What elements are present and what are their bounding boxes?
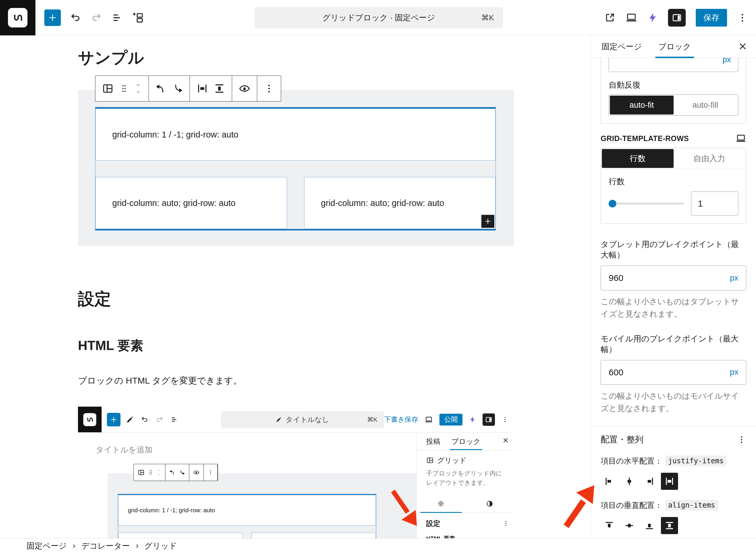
redo-button[interactable]: [90, 12, 102, 24]
jetpack-bolt-button[interactable]: [647, 12, 658, 23]
justify-center-button[interactable]: [621, 473, 638, 490]
shot-grid-block: grid-column: 1 / -1; grid-row: auto: [118, 494, 376, 538]
breadcrumb-item-grid[interactable]: グリッド: [144, 541, 177, 551]
tab-page[interactable]: 固定ページ: [602, 35, 642, 58]
grid-block-selected[interactable]: grid-column: 1 / -1; grid-row: auto grid…: [95, 107, 496, 230]
html-element-heading[interactable]: HTML 要素: [78, 337, 143, 354]
block-options-button[interactable]: [264, 83, 274, 94]
grid-block-icon: [138, 469, 145, 476]
horizontal-stretch-button[interactable]: [196, 83, 208, 94]
undo-button[interactable]: [70, 12, 81, 24]
block-appender-button[interactable]: [481, 215, 494, 228]
toolbar-right: 保存: [604, 0, 748, 35]
auto-fit-option[interactable]: auto-fit: [610, 96, 674, 114]
align-top-button[interactable]: [601, 517, 618, 534]
tablet-breakpoint-help: この幅より小さいものはタブレットサイズと見なされます。: [601, 296, 744, 320]
kebab-icon: [208, 470, 213, 475]
px-unit[interactable]: px: [730, 368, 738, 377]
preview-device-button[interactable]: [625, 12, 637, 24]
breadcrumb-item-decorator[interactable]: デコレーター: [81, 541, 130, 551]
block-toolbar-segment-1: [95, 76, 149, 101]
site-logo[interactable]: [0, 0, 36, 35]
rows-free-input-tab[interactable]: 自由入力: [674, 149, 745, 168]
shot-grid-cell: [118, 533, 243, 538]
document-title-bar[interactable]: グリッドブロック · 固定ページ ⌘K: [255, 7, 503, 28]
tablet-breakpoint-input[interactable]: 960 px: [601, 265, 746, 290]
visibility-eye-button[interactable]: [238, 83, 251, 94]
shot-settings-header: 設定: [426, 519, 509, 528]
pencil-icon: [126, 415, 134, 424]
toolbar-left: [44, 0, 144, 35]
grid-block-icon: [426, 457, 434, 464]
shot-tab-post: 投稿: [426, 432, 440, 450]
save-button[interactable]: 保存: [696, 9, 727, 26]
documentation-screenshot: タイトルなし ⌘K 下書き保存 公開 タイトルを追加: [78, 407, 514, 538]
list-view-button[interactable]: [111, 12, 123, 24]
mobile-breakpoint-input[interactable]: 600 px: [601, 360, 746, 385]
breadcrumb-separator: ›: [73, 541, 75, 550]
shot-settings-style-tabs: [417, 494, 514, 513]
px-unit[interactable]: px: [730, 273, 738, 283]
block-inserter-button[interactable]: [44, 9, 61, 26]
grid-template-rows-header: GRID-TEMPLATE-ROWS: [601, 133, 746, 144]
shot-block-name: グリッド: [437, 456, 466, 465]
mobile-breakpoint-help: この幅より小さいものはモバイルサイズと見なされます。: [601, 390, 744, 415]
page-title[interactable]: サンプル: [78, 47, 144, 69]
settings-sidebar: 固定ページ ブロック px 自動反復 auto-fit auto-fill GR…: [591, 35, 756, 538]
transform-right-button[interactable]: [172, 83, 183, 94]
rows-count-slider[interactable]: [609, 200, 684, 208]
settings-heading[interactable]: 設定: [78, 288, 111, 310]
justify-right-button[interactable]: [641, 473, 658, 490]
grid-cell-text: grid-column: auto; grid-row: auto: [112, 198, 235, 208]
drag-handle[interactable]: [119, 83, 129, 93]
shot-title: タイトルなし: [286, 415, 329, 424]
grid-cell-auto-1[interactable]: grid-column: auto; grid-row: auto: [95, 177, 287, 229]
shot-publish-button: 公開: [439, 414, 463, 425]
shot-styles-tab: [465, 494, 514, 512]
align-items-label-row: 項目の垂直配置： align-items: [601, 500, 746, 510]
tab-block[interactable]: ブロック: [658, 35, 691, 58]
auto-repeat-label: 自動反復: [609, 80, 738, 90]
unitone-logo-icon: [8, 8, 27, 27]
rows-count-tab[interactable]: 行数: [602, 149, 674, 168]
shot-unitone-logo-icon: [83, 413, 96, 426]
settings-sidebar-toggle[interactable]: [668, 9, 686, 26]
mobile-breakpoint-value[interactable]: 600: [609, 368, 623, 377]
patterns-button[interactable]: [132, 11, 144, 24]
vertical-stretch-button[interactable]: [213, 83, 225, 94]
move-up-down-buttons[interactable]: [134, 82, 142, 95]
align-stretch-button[interactable]: [661, 517, 678, 534]
grid-block-type-button[interactable]: [102, 83, 114, 94]
sample-section: grid-column: 1 / -1; grid-row: auto grid…: [78, 90, 514, 246]
align-bottom-button[interactable]: [641, 517, 658, 534]
command-shortcut: ⌘K: [481, 13, 494, 22]
align-center-button[interactable]: [621, 517, 638, 534]
justify-stretch-button[interactable]: [661, 473, 678, 490]
pencil-icon: [276, 416, 282, 423]
view-site-button[interactable]: [604, 12, 615, 23]
shot-tab-block: ブロック: [452, 432, 480, 450]
auto-fill-option[interactable]: auto-fill: [674, 96, 737, 114]
rows-count-input[interactable]: [691, 191, 738, 216]
slider-thumb[interactable]: [609, 200, 616, 208]
editor-app: グリッドブロック · 固定ページ ⌘K 保存 サンプル: [0, 0, 756, 553]
red-annotation-arrow-up: [561, 482, 597, 529]
cropped-value-input[interactable]: px: [609, 58, 738, 72]
transform-left-icon: [169, 469, 176, 476]
grid-cell-full-width[interactable]: grid-column: 1 / -1; grid-row: auto: [95, 108, 495, 161]
alignment-options-button[interactable]: [737, 435, 746, 445]
px-unit[interactable]: px: [722, 58, 731, 64]
transform-left-button[interactable]: [155, 83, 166, 94]
justify-left-button[interactable]: [601, 473, 618, 490]
close-sidebar-button[interactable]: [738, 41, 748, 51]
grid-cell-auto-2[interactable]: grid-column: auto; grid-row: auto: [304, 177, 496, 229]
responsive-laptop-button[interactable]: [736, 133, 746, 144]
shot-block-toolbar: [134, 464, 218, 481]
tablet-breakpoint-value[interactable]: 960: [609, 273, 623, 283]
align-items-code: align-items: [665, 500, 718, 510]
sidebar-header: 固定ページ ブロック: [591, 35, 756, 58]
html-element-description[interactable]: ブロックの HTML タグを変更できます。: [78, 375, 242, 387]
more-options-button[interactable]: [737, 12, 748, 23]
justify-items-label-row: 項目の水平配置： justify-items: [601, 456, 746, 466]
breadcrumb-item-page[interactable]: 固定ページ: [26, 541, 67, 551]
